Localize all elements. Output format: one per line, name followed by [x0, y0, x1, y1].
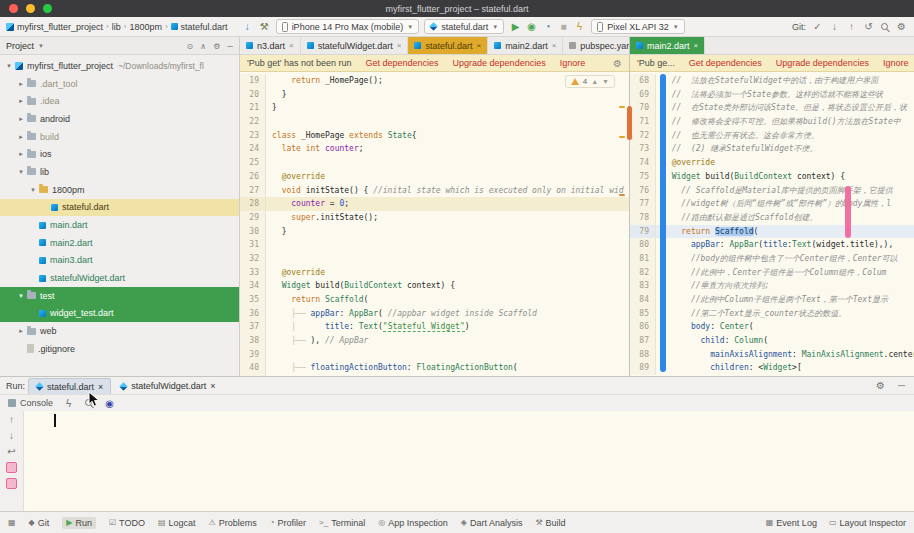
stop-button[interactable]: ■ [557, 21, 570, 32]
statusbar-item-todo[interactable]: ☑TODO [109, 517, 145, 529]
tree-item-main.dart[interactable]: main.dart [0, 216, 239, 234]
line-number[interactable]: 20 [240, 88, 266, 102]
tab-n3.dart[interactable]: n3.dart× [240, 37, 301, 54]
code-line-34[interactable]: 34 Widget build(BuildContext context) { [240, 279, 629, 293]
code-line-85[interactable]: 85 //第二个Text显示_counter状态的数值。 [630, 307, 914, 321]
settings-icon[interactable]: ⚙ [213, 42, 220, 51]
debug-button[interactable]: ◉ [525, 21, 538, 32]
tab-stateful.dart[interactable]: stateful.dart× [408, 37, 488, 54]
tree-chevron-icon[interactable]: ▸ [16, 133, 26, 141]
tree-item-lib[interactable]: ▾lib [0, 163, 239, 181]
line-number[interactable]: 37 [240, 320, 266, 334]
toolwindow-switcher-icon[interactable]: ▦ [8, 518, 16, 527]
tree-chevron-icon[interactable]: ▾ [16, 168, 26, 176]
tab-main2.dart[interactable]: main2.dart× [488, 37, 563, 54]
code-line-69[interactable]: 69 // 法将必须加一个State参数。这样的话就不能将这些状 [630, 88, 914, 102]
code-line-77[interactable]: 77 //widget树（后同“组件树”或“部件树”）的body属性，l [630, 197, 914, 211]
banner-action-upgrade-dependencies[interactable]: Upgrade dependencies [776, 58, 869, 68]
vcs-change-bar[interactable] [660, 74, 666, 372]
line-number[interactable]: 24 [240, 142, 266, 156]
statusbar-item-build[interactable]: ⚒Build [535, 517, 565, 529]
tree-item-1800pm[interactable]: ▾1800pm [0, 181, 239, 199]
code-line-87[interactable]: 87 child: Column( [630, 334, 914, 348]
line-number[interactable]: 86 [630, 320, 656, 334]
code-line-40[interactable]: 40 ├── floatingActionButton: FloatingAct… [240, 361, 629, 375]
code-line-27[interactable]: 27 void initState() { //inital state whi… [240, 184, 629, 198]
line-number[interactable]: 74 [630, 156, 656, 170]
next-occurrence-icon[interactable]: ↓ [5, 430, 18, 441]
line-number[interactable]: 76 [630, 184, 656, 198]
minimize-window-button[interactable] [26, 4, 35, 13]
tab-close-icon[interactable]: × [397, 41, 402, 50]
line-number[interactable]: 81 [630, 252, 656, 266]
devtools-icon[interactable]: ◉ [103, 398, 116, 409]
banner-settings-icon[interactable]: ⚙ [613, 58, 622, 69]
code-line-23[interactable]: 23class _HomePage extends State{ [240, 129, 629, 143]
run-config-selector[interactable]: stateful.dart ▼ [424, 19, 504, 34]
vcs-check-icon[interactable]: ✓ [811, 21, 824, 32]
tree-chevron-icon[interactable]: ▸ [16, 80, 26, 88]
tree-item-android[interactable]: ▸android [0, 110, 239, 128]
code-line-37[interactable]: 37 │ title: Text("Stateful Widget") [240, 320, 629, 334]
line-number[interactable]: 32 [240, 252, 266, 266]
line-number[interactable]: 36 [240, 307, 266, 321]
statusbar-item-event-log[interactable]: ▦Event Log [766, 518, 817, 528]
banner-action-get-dependencies[interactable]: Get dependencies [366, 58, 439, 68]
chevron-up-icon[interactable]: ▲ [591, 75, 598, 89]
console-tab[interactable]: Console [8, 398, 53, 408]
line-number[interactable]: 34 [240, 279, 266, 293]
breadcrumb-item[interactable]: stateful.dart [181, 22, 228, 32]
line-number[interactable]: 84 [630, 293, 656, 307]
tab-statefulWidget.dart[interactable]: statefulWidget.dart× [301, 37, 409, 54]
vcs-push-icon[interactable]: ↑ [845, 21, 858, 32]
line-number[interactable]: 83 [630, 279, 656, 293]
line-number[interactable]: 70 [630, 101, 656, 115]
tree-item-web[interactable]: ▸web [0, 322, 239, 340]
code-line-74[interactable]: 74 @override [630, 156, 914, 170]
code-line-21[interactable]: 21} [240, 101, 629, 115]
code-line-30[interactable]: 30 } [240, 225, 629, 239]
code-line-29[interactable]: 29 super.initState(); [240, 211, 629, 225]
tree-item-.gitignore[interactable]: .gitignore [0, 340, 239, 358]
code-line-38[interactable]: 38 ├── ), // AppBar [240, 334, 629, 348]
code-line-83[interactable]: 83 //垂直方向依次排列; [630, 279, 914, 293]
run-settings-icon[interactable]: ⚙ [874, 380, 887, 391]
banner-action-upgrade-dependencies[interactable]: Upgrade dependencies [453, 58, 546, 68]
run-tab-statefulWidget.dart[interactable]: statefulWidget.dart× [113, 378, 222, 394]
line-number[interactable]: 19 [240, 74, 266, 88]
prev-occurrence-icon[interactable]: ↑ [5, 414, 18, 425]
breadcrumb-item[interactable]: lib [112, 22, 121, 32]
tab-close-icon[interactable]: × [476, 41, 481, 50]
line-number[interactable]: 25 [240, 156, 266, 170]
line-number[interactable]: 78 [630, 211, 656, 225]
project-panel-title[interactable]: Project [6, 41, 34, 51]
tree-chevron-icon[interactable]: ▸ [16, 97, 26, 105]
code-line-25[interactable]: 25 [240, 156, 629, 170]
code-line-32[interactable]: 32 [240, 252, 629, 266]
code-line-84[interactable]: 84 //此例中Column子组件是两个Text，第一个Text显示 [630, 293, 914, 307]
vcs-update-icon[interactable]: ↓ [828, 21, 841, 32]
line-number[interactable]: 26 [240, 170, 266, 184]
code-line-82[interactable]: 82 //此例中，Center子组件是一个Column组件，Colum [630, 266, 914, 280]
code-line-70[interactable]: 70 // 在State类外部访问该State。但是，将状态设置公开后，状 [630, 101, 914, 115]
breadcrumb-item[interactable]: 1800pm [129, 22, 162, 32]
code-line-28[interactable]: 28 counter = 0; [240, 197, 629, 211]
line-number[interactable]: 89 [630, 361, 656, 375]
hide-panel-icon[interactable]: ─ [895, 380, 908, 391]
error-stripe-mark[interactable] [619, 194, 625, 196]
tree-item-.dart_tool[interactable]: ▸.dart_tool [0, 75, 239, 93]
tree-chevron-icon[interactable]: ▸ [16, 150, 26, 158]
line-number[interactable]: 79 [630, 225, 656, 239]
line-number[interactable]: 28 [240, 197, 266, 211]
tree-item-.idea[interactable]: ▸.idea [0, 92, 239, 110]
line-number[interactable]: 29 [240, 211, 266, 225]
code-line-36[interactable]: 36 ├── appBar: AppBar( //appbar widget i… [240, 307, 629, 321]
line-number[interactable]: 41 [240, 375, 266, 376]
line-number[interactable]: 87 [630, 334, 656, 348]
tab-close-icon[interactable]: × [552, 41, 557, 50]
line-number[interactable]: 31 [240, 238, 266, 252]
lightning-icon[interactable]: ϟ [62, 398, 75, 409]
hot-reload-button[interactable]: ϟ [573, 21, 586, 32]
line-number[interactable]: 72 [630, 129, 656, 143]
code-area-right[interactable]: 68 // 法放在StatefulWidget中的话，由于构建用户界面69 //… [630, 72, 914, 376]
